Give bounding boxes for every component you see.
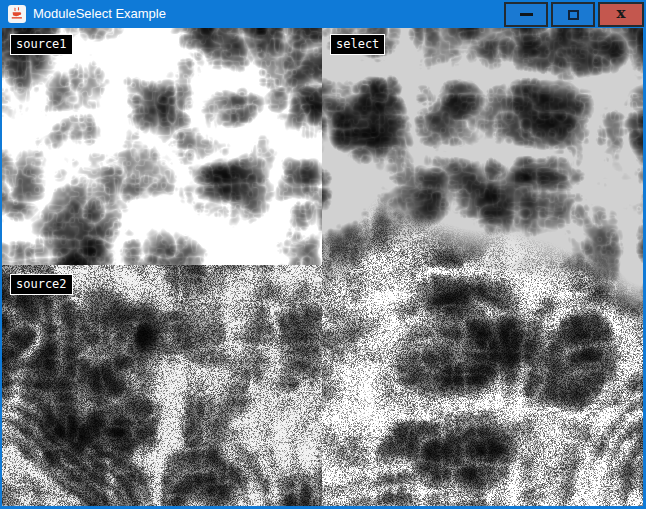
- java-coffee-cup-icon[interactable]: [8, 5, 26, 23]
- minimize-icon: [520, 13, 533, 16]
- close-icon: x: [617, 6, 626, 21]
- source2-label: source2: [10, 274, 73, 295]
- window-controls: x: [501, 2, 644, 27]
- titlebar[interactable]: ModuleSelect Example x: [0, 0, 646, 28]
- maximize-button[interactable]: [551, 2, 595, 27]
- noise-render-canvas: [2, 28, 643, 506]
- minimize-button[interactable]: [504, 2, 548, 27]
- source1-label: source1: [10, 34, 73, 55]
- window-frame: ModuleSelect Example x source1 select so…: [0, 0, 646, 509]
- noise-viewport: source1 select source2: [2, 28, 643, 506]
- close-button[interactable]: x: [598, 2, 644, 27]
- window-title: ModuleSelect Example: [33, 0, 166, 28]
- maximize-icon: [568, 10, 579, 20]
- select-label: select: [330, 34, 385, 55]
